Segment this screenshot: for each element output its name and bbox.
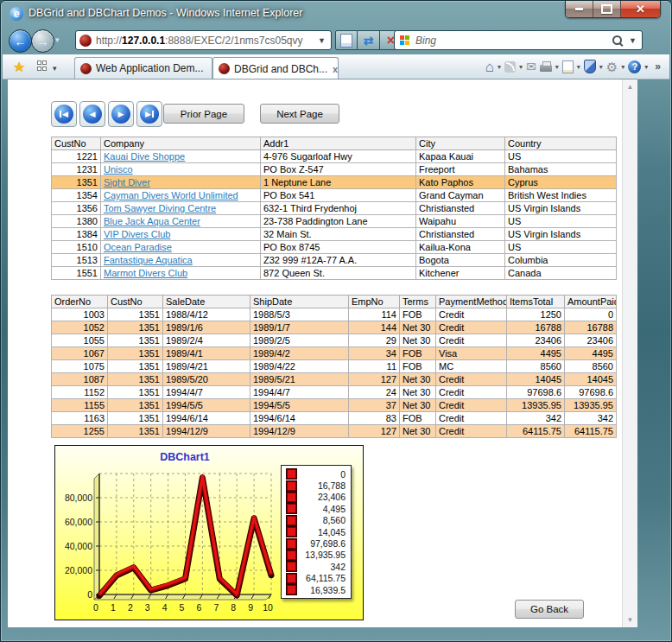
url-text[interactable]: http://127.0.0.1:8888/EXEC/2/1nms7cs05qv… <box>96 35 316 47</box>
help-dropdown[interactable]: ▾ <box>644 63 648 71</box>
company-link[interactable]: Tom Sawyer Diving Centre <box>104 203 216 213</box>
go-back-button[interactable]: Go Back <box>515 600 584 619</box>
company-link[interactable]: VIP Divers Club <box>104 229 170 239</box>
svg-text:2: 2 <box>128 602 133 613</box>
table-cell: 4495 <box>565 347 617 360</box>
recent-pages-dropdown[interactable]: ▾ <box>55 35 60 44</box>
prior-record-button[interactable]: ◀ <box>79 101 105 127</box>
company-link[interactable]: Fantastique Aquatica <box>104 255 193 265</box>
page-icon[interactable] <box>562 60 574 73</box>
ie-logo-icon: e <box>10 7 23 21</box>
tools-dropdown[interactable]: ▾ <box>621 63 624 71</box>
table-cell: Net 30 <box>400 334 436 347</box>
table-cell: 1989/5/20 <box>163 373 250 386</box>
search-icon[interactable] <box>612 35 622 45</box>
last-record-button[interactable]: ▶ <box>136 101 162 127</box>
next-record-button[interactable]: ▶ <box>108 101 134 127</box>
address-bar[interactable]: http://127.0.0.1:8888/EXEC/2/1nms7cs05qv… <box>75 30 332 50</box>
company-link[interactable]: Unisco <box>104 164 133 175</box>
table-cell: 1351 <box>108 373 163 386</box>
maximize-icon <box>601 4 612 14</box>
table-cell: 97698.6 <box>565 386 617 399</box>
tab-label: DBGrid and DBCh... <box>234 63 327 75</box>
search-box[interactable]: Bing ▼ <box>394 30 643 50</box>
tab-web-application-demos[interactable]: Web Application Dem... <box>74 57 212 79</box>
quick-tabs-icon[interactable] <box>37 60 48 72</box>
table-cell: PO Box 541 <box>261 189 416 202</box>
mail-icon[interactable]: ✉ <box>526 60 536 73</box>
table-cell: PO Box 8745 <box>261 241 416 254</box>
table-cell: VIP Divers Club <box>101 228 261 241</box>
back-button[interactable]: ← <box>9 29 32 53</box>
refresh-button[interactable]: ⇄ <box>358 30 380 50</box>
prior-page-button[interactable]: Prior Page <box>163 104 244 124</box>
first-record-button[interactable]: ◀ <box>51 101 77 127</box>
help-icon[interactable]: ? <box>628 60 641 73</box>
table-row: 1510Ocean ParadisePO Box 8745Kailua-Kona… <box>52 241 617 254</box>
table-cell: US Virgin Islands <box>505 202 617 215</box>
table-cell: 114 <box>349 308 400 321</box>
company-link[interactable]: Kauai Dive Shoppe <box>104 151 185 162</box>
company-link[interactable]: Ocean Paradise <box>104 242 172 252</box>
quick-tabs-dropdown[interactable]: ▾ <box>53 64 57 73</box>
legend-item: 14,045 <box>282 526 351 537</box>
maximize-button[interactable] <box>593 1 621 17</box>
tools-gear-icon[interactable]: ⚙ <box>606 60 618 73</box>
page-dropdown[interactable]: ▾ <box>577 63 580 71</box>
print-icon[interactable] <box>540 65 552 72</box>
table-cell: 1351 <box>108 321 163 334</box>
home-icon[interactable]: ⌂ <box>485 60 494 74</box>
legend-swatch-icon <box>287 539 296 549</box>
table-row: 100313511988/4/121988/5/3114FOBCredit125… <box>52 308 617 321</box>
safety-shield-icon[interactable] <box>584 60 596 73</box>
table-cell: Visa <box>436 347 507 360</box>
feeds-icon[interactable] <box>504 61 516 73</box>
svg-text:0: 0 <box>87 589 92 600</box>
table-cell: Unisco <box>101 163 261 176</box>
address-dropdown-icon[interactable]: ▼ <box>316 36 327 45</box>
title-bar[interactable]: e DBGrid and DBChart Demos - Windows Int… <box>1 1 671 27</box>
tab-close-icon[interactable]: x <box>327 64 338 74</box>
next-page-button[interactable]: Next Page <box>260 104 339 124</box>
compatibility-view-button[interactable] <box>335 30 358 50</box>
table-row: 105213511989/1/61989/1/7144Net 30Credit1… <box>52 321 617 334</box>
favorites-star-icon[interactable]: ★ <box>13 59 25 75</box>
table-cell: Credit <box>436 425 507 438</box>
search-placeholder[interactable]: Bing <box>415 35 612 47</box>
tab-dbgrid-dbchart[interactable]: DBGrid and DBCh... x <box>212 57 339 79</box>
forward-button[interactable]: → <box>31 29 54 53</box>
vertical-scrollbar[interactable]: ▲ ▼ <box>622 79 637 627</box>
company-link[interactable]: Cayman Divers World Unlimited <box>104 190 238 200</box>
close-button[interactable]: ✕ <box>621 1 660 17</box>
table-cell: 1994/6/14 <box>163 412 250 425</box>
legend-item: 8,560 <box>282 515 351 526</box>
home-dropdown[interactable]: ▾ <box>498 63 501 71</box>
column-header: PaymentMethod <box>436 296 507 308</box>
scroll-up-button[interactable]: ▲ <box>623 79 637 94</box>
table-row: 108713511989/5/201989/5/21127Net 30Credi… <box>52 373 617 386</box>
caption-buttons: ✕ <box>565 1 661 18</box>
table-cell: 144 <box>349 321 400 334</box>
table-cell: 1989/4/21 <box>163 360 250 373</box>
table-cell: 1351 <box>108 399 163 412</box>
print-dropdown[interactable]: ▾ <box>555 63 559 71</box>
table-cell: 1994/4/7 <box>163 386 250 399</box>
scroll-down-button[interactable]: ▼ <box>623 613 637 627</box>
legend-item: 342 <box>282 561 351 572</box>
feeds-dropdown[interactable]: ▾ <box>519 63 523 71</box>
company-link[interactable]: Sight Diver <box>104 177 150 188</box>
legend-item: 23,406 <box>282 492 351 503</box>
table-cell: Bahamas <box>505 163 617 176</box>
search-dropdown-icon[interactable]: ▼ <box>629 36 637 45</box>
company-link[interactable]: Blue Jack Aqua Center <box>104 216 200 226</box>
company-link[interactable]: Marmot Divers Club <box>104 268 187 278</box>
table-cell: Kato Paphos <box>416 176 505 189</box>
column-header: OrderNo <box>52 296 108 308</box>
safety-dropdown[interactable]: ▾ <box>599 63 603 71</box>
table-cell: 8560 <box>507 360 565 373</box>
table-cell: Bogota <box>416 254 505 267</box>
toolbar-overflow-chevron[interactable]: » <box>655 60 661 73</box>
table-cell: 16788 <box>565 321 617 334</box>
table-cell: 342 <box>507 412 565 425</box>
minimize-button[interactable] <box>566 1 593 17</box>
